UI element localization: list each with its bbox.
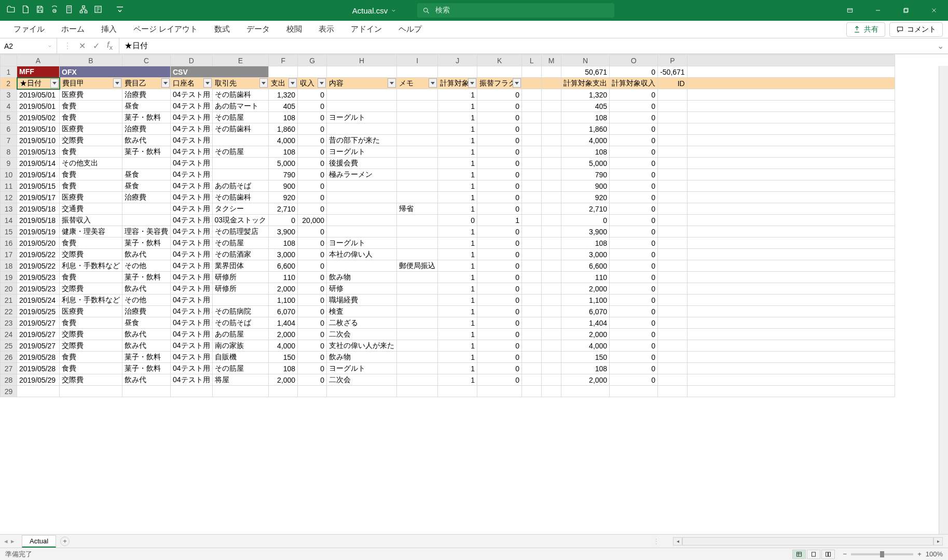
cell[interactable]: 0 [610, 249, 658, 260]
cell[interactable] [542, 89, 561, 101]
cell[interactable]: 2019/05/27 [17, 329, 60, 340]
cell[interactable] [658, 329, 687, 340]
cell[interactable]: 0 [298, 306, 327, 317]
row-header[interactable]: 20 [1, 283, 17, 295]
cell[interactable]: 郵便局振込 [397, 260, 438, 272]
ribbon-tab[interactable]: ヘルプ [390, 21, 430, 37]
cell[interactable] [397, 237, 438, 249]
cell[interactable]: 04テスト用 [171, 374, 213, 386]
cell[interactable]: 6,070 [269, 306, 298, 317]
row-header[interactable]: 23 [1, 317, 17, 329]
cell[interactable] [542, 203, 561, 215]
cell[interactable] [397, 112, 438, 123]
cell[interactable]: 支社の偉い人が来た [327, 340, 397, 352]
page-break-view-button[interactable] [821, 550, 835, 559]
filter-cell[interactable]: 振替フラグ [477, 78, 522, 89]
cell[interactable]: 3,000 [269, 249, 298, 260]
cell[interactable] [522, 89, 542, 101]
filter-cell[interactable] [542, 78, 561, 89]
cell[interactable]: 1 [438, 249, 477, 260]
cell[interactable]: 0 [477, 89, 522, 101]
cell[interactable] [542, 158, 561, 169]
cell[interactable]: 0 [610, 352, 658, 363]
cell[interactable] [522, 363, 542, 374]
filter-cell[interactable]: 支出 [269, 78, 298, 89]
cell[interactable]: 0 [298, 317, 327, 329]
cell[interactable]: 1,100 [269, 295, 298, 306]
cell[interactable] [522, 386, 542, 397]
cell[interactable]: 0 [610, 89, 658, 101]
cell[interactable]: 1 [438, 226, 477, 237]
cell[interactable]: 2019/05/10 [17, 135, 60, 146]
cell[interactable]: 0 [298, 363, 327, 374]
cell[interactable]: 1,860 [269, 123, 298, 135]
cell[interactable] [658, 123, 687, 135]
cell[interactable] [397, 158, 438, 169]
maximize-button[interactable] [892, 0, 920, 21]
filter-dropdown-icon[interactable] [161, 78, 170, 88]
cell[interactable] [397, 340, 438, 352]
cell[interactable] [522, 340, 542, 352]
scroll-right-button[interactable]: ▸ [933, 537, 943, 545]
row-header[interactable]: 25 [1, 340, 17, 352]
cell[interactable]: 1,404 [269, 317, 298, 329]
cell[interactable] [658, 363, 687, 374]
row-header[interactable]: 18 [1, 260, 17, 272]
cell[interactable]: 0 [298, 283, 327, 295]
row-header[interactable]: 6 [1, 123, 17, 135]
cell[interactable]: 0 [477, 317, 522, 329]
fx-icon[interactable]: fx [107, 40, 113, 51]
cell[interactable] [397, 386, 438, 397]
cell[interactable]: 2,000 [561, 374, 610, 386]
cell[interactable]: 04テスト用 [171, 112, 213, 123]
cell[interactable]: 108 [561, 363, 610, 374]
cell[interactable] [397, 306, 438, 317]
cell[interactable] [522, 237, 542, 249]
cell[interactable]: 04テスト用 [171, 135, 213, 146]
ribbon-tab[interactable]: ページ レイアウト [125, 21, 206, 37]
cell[interactable] [542, 306, 561, 317]
row-header[interactable]: 21 [1, 295, 17, 306]
cell[interactable]: ヨーグルト [327, 146, 397, 158]
cell[interactable]: 帰省 [397, 203, 438, 215]
column-header[interactable]: G [298, 55, 327, 66]
add-sheet-button[interactable]: + [60, 537, 70, 546]
cell[interactable] [561, 386, 610, 397]
cell[interactable]: 後援会費 [327, 158, 397, 169]
cell[interactable] [542, 226, 561, 237]
cell[interactable]: 0 [477, 363, 522, 374]
new-icon[interactable] [21, 5, 30, 16]
cell[interactable] [522, 215, 542, 226]
spreadsheet-grid[interactable]: ABCDEFGHIJKLMNOP1MFFOFXCSV50,6710-50,671… [0, 54, 948, 534]
cell[interactable] [658, 340, 687, 352]
cell[interactable]: 二次会 [327, 329, 397, 340]
cell[interactable]: 04テスト用 [171, 272, 213, 283]
select-all-cell[interactable] [1, 55, 17, 66]
cell[interactable]: その筋理髪店 [212, 226, 269, 237]
cell[interactable]: 0 [477, 169, 522, 180]
cell[interactable] [397, 329, 438, 340]
cell[interactable] [327, 180, 397, 192]
cell[interactable]: その筋屋 [212, 112, 269, 123]
cell[interactable]: 飲み代 [122, 283, 171, 295]
cell[interactable]: 6,600 [269, 260, 298, 272]
cell[interactable]: 食費 [60, 101, 122, 112]
cell[interactable]: 0 [477, 260, 522, 272]
row-header[interactable]: 5 [1, 112, 17, 123]
cell[interactable]: 1 [438, 112, 477, 123]
cell[interactable]: 1 [438, 203, 477, 215]
zoom-in-button[interactable]: + [917, 550, 922, 558]
cell[interactable]: 2019/05/14 [17, 169, 60, 180]
cell[interactable]: 1 [438, 169, 477, 180]
cell[interactable]: 0 [298, 295, 327, 306]
cell[interactable]: 0 [477, 135, 522, 146]
cell[interactable]: 2,000 [269, 374, 298, 386]
cell[interactable] [658, 226, 687, 237]
cell[interactable] [522, 283, 542, 295]
cell[interactable] [212, 295, 269, 306]
cell[interactable]: 2019/05/01 [17, 101, 60, 112]
cell[interactable]: 治療費 [122, 89, 171, 101]
cell[interactable]: 0 [610, 272, 658, 283]
cell[interactable] [477, 386, 522, 397]
cell[interactable] [658, 272, 687, 283]
